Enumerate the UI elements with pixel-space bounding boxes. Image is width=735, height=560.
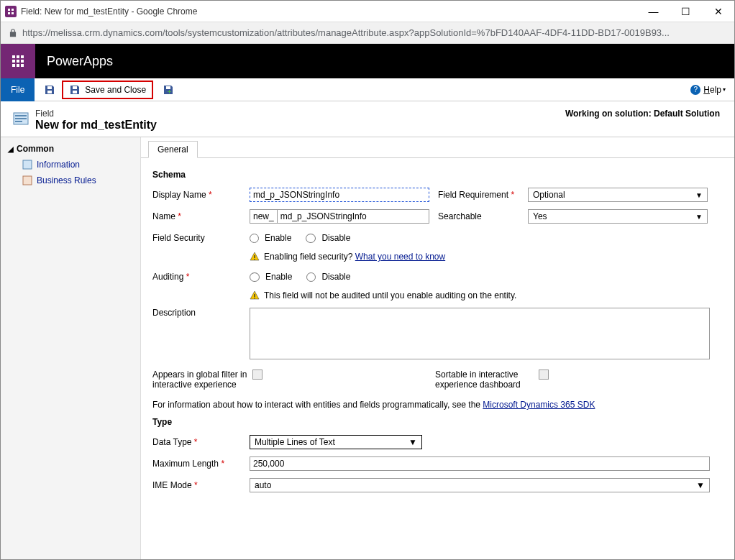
svg-rect-19 <box>254 255 255 258</box>
field-requirement-select[interactable]: Optional▼ <box>528 188 708 202</box>
svg-rect-1 <box>12 9 14 11</box>
label-auditing: Auditing <box>152 272 250 282</box>
name-input-wrap[interactable]: new_ <box>250 209 429 224</box>
name-prefix: new_ <box>250 210 278 223</box>
label-appears-filter: Appears in global filter in interactive … <box>152 369 250 390</box>
ribbon: File Save and Close ? Help ▾ <box>1 78 734 101</box>
security-warning: Enabling field security? What you need t… <box>250 252 723 262</box>
security-disable-radio[interactable] <box>306 234 316 243</box>
svg-rect-0 <box>8 9 10 11</box>
svg-rect-16 <box>15 121 22 122</box>
label-field-requirement: Field Requirement <box>438 190 528 200</box>
svg-rect-17 <box>23 160 32 169</box>
app-favicon <box>5 6 17 17</box>
section-type: Type <box>152 417 723 427</box>
nav-item-information[interactable]: Information <box>1 157 140 173</box>
brand-label: PowerApps <box>47 54 113 69</box>
nav-item-business-rules[interactable]: Business Rules <box>1 173 140 188</box>
label-max-length: Maximum Length <box>152 459 250 469</box>
max-length-input[interactable] <box>250 456 710 471</box>
svg-rect-3 <box>12 12 14 14</box>
save-button[interactable] <box>42 82 58 98</box>
searchable-select[interactable]: Yes▼ <box>528 209 708 224</box>
minimize-button[interactable]: — <box>637 1 670 22</box>
warning-icon <box>250 290 260 300</box>
svg-rect-21 <box>254 294 255 297</box>
save-and-close-button[interactable]: Save and Close <box>62 81 153 99</box>
app-header: PowerApps <box>1 44 734 78</box>
maximize-button[interactable]: ☐ <box>670 1 702 22</box>
app-launcher-button[interactable] <box>1 44 35 78</box>
svg-rect-14 <box>15 115 27 116</box>
window-title: Field: New for md_testEntity - Google Ch… <box>21 6 637 17</box>
svg-rect-6 <box>21 55 24 58</box>
label-sortable: Sortable in interactive experience dashb… <box>435 369 536 390</box>
appears-filter-checkbox[interactable] <box>252 369 262 380</box>
label-searchable: Searchable <box>438 211 528 221</box>
solution-label: Working on solution: Default Solution <box>565 109 720 119</box>
svg-rect-5 <box>17 55 19 58</box>
url-text[interactable]: https://melissa.crm.dynamics.com/tools/s… <box>22 27 670 38</box>
svg-rect-12 <box>21 64 24 67</box>
svg-rect-22 <box>254 298 255 298</box>
display-name-input[interactable] <box>250 188 429 202</box>
ime-mode-select[interactable]: auto▼ <box>250 478 710 492</box>
file-menu-button[interactable]: File <box>1 78 35 101</box>
audit-warning: This field will not be audited until you… <box>250 290 723 300</box>
field-icon <box>11 109 31 129</box>
sdk-hint: For information about how to interact wi… <box>152 400 723 410</box>
label-description: Description <box>152 308 250 318</box>
auditing-disable-radio[interactable] <box>306 272 316 282</box>
security-warn-link[interactable]: What you need to know <box>355 252 445 262</box>
svg-rect-20 <box>254 259 255 260</box>
nav-section-common[interactable]: ◢Common <box>1 141 140 157</box>
sortable-checkbox[interactable] <box>539 369 549 380</box>
svg-rect-4 <box>12 55 15 58</box>
tab-general[interactable]: General <box>148 141 198 158</box>
close-button[interactable]: ✕ <box>702 1 734 22</box>
svg-rect-8 <box>17 60 19 63</box>
warning-icon <box>250 252 260 262</box>
svg-rect-2 <box>8 12 10 14</box>
crumb-type: Field <box>35 109 157 119</box>
page-title: New for md_testEntity <box>35 119 157 132</box>
label-data-type: Data Type <box>152 437 250 447</box>
lock-icon <box>8 28 18 38</box>
label-name: Name <box>152 211 250 221</box>
address-bar: https://melissa.crm.dynamics.com/tools/s… <box>1 22 734 44</box>
help-menu[interactable]: ? Help ▾ <box>690 85 726 95</box>
svg-rect-9 <box>21 60 24 63</box>
svg-rect-11 <box>17 64 19 67</box>
svg-rect-7 <box>12 60 15 63</box>
label-display-name: Display Name <box>152 190 250 200</box>
description-input[interactable] <box>250 308 710 359</box>
sdk-link[interactable]: Microsoft Dynamics 365 SDK <box>483 400 595 410</box>
data-type-select[interactable]: Multiple Lines of Text▼ <box>250 435 422 449</box>
auditing-enable-radio[interactable] <box>250 272 260 282</box>
label-field-security: Field Security <box>152 233 250 243</box>
save-and-close-label: Save and Close <box>85 85 146 95</box>
browser-titlebar: Field: New for md_testEntity - Google Ch… <box>1 1 734 22</box>
security-enable-radio[interactable] <box>250 234 259 243</box>
label-ime-mode: IME Mode <box>152 480 250 490</box>
svg-rect-15 <box>15 118 27 119</box>
help-icon: ? <box>690 85 700 95</box>
svg-rect-18 <box>23 176 32 185</box>
save-and-new-button[interactable] <box>160 82 176 98</box>
name-input[interactable] <box>278 210 429 223</box>
svg-rect-10 <box>12 64 15 67</box>
section-schema: Schema <box>152 170 723 180</box>
